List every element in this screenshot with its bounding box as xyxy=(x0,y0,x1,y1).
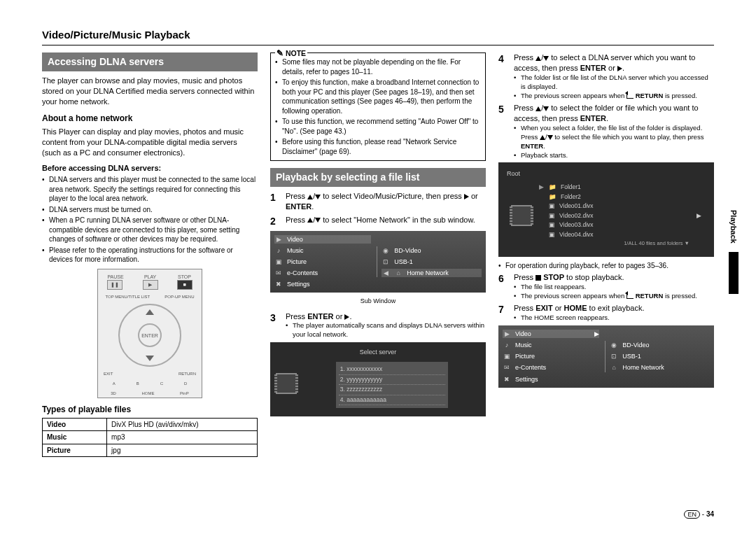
after-root-note: For operation during playback, refer to … xyxy=(498,261,714,271)
note-icon: ✎ xyxy=(276,48,284,58)
menu-item: Settings xyxy=(515,375,538,384)
menu-item: Picture xyxy=(287,258,307,266)
server-list: 1. xxxxxxxxxxxx 2. yyyyyyyyyyyy 3. zzzzz… xyxy=(336,362,449,408)
before-heading: Before accessing DLNA servers: xyxy=(42,163,258,174)
menu-item: Video xyxy=(515,330,531,338)
about-heading: About a home network xyxy=(42,113,258,124)
list-item: Video03.divx xyxy=(559,221,594,229)
remote-label-play: PLAY xyxy=(143,274,158,280)
step-sub: The player automatically scans and displ… xyxy=(286,321,486,339)
page-footer: EN - 34 xyxy=(684,510,714,519)
footer-page: 34 xyxy=(706,510,714,518)
list-item: Please refer to the operating instructio… xyxy=(42,246,258,265)
before-list: DLNA servers and this player must be con… xyxy=(42,175,258,265)
file-count: 1/ALL 40 files and folders ▼ xyxy=(539,240,690,247)
types-heading: Types of playable files xyxy=(42,404,258,415)
film-icon xyxy=(276,373,297,394)
columns: Accessing DLNA servers The player can br… xyxy=(42,52,714,457)
note-box: ✎ NOTE Some files may not be playable de… xyxy=(270,52,486,161)
menu-item: Video xyxy=(287,235,303,244)
list-item: When a PC running DLNA server software o… xyxy=(42,216,258,244)
intro-paragraph: The player can browse and play movies, m… xyxy=(42,76,258,107)
step-text: Press STOP to stop playback. xyxy=(514,273,624,281)
list-item: 1. xxxxxxxxxxxx xyxy=(339,365,446,374)
section-heading-accessing: Accessing DLNA servers xyxy=(42,52,258,71)
table-row: Musicmp3 xyxy=(43,431,258,444)
menu-screen-1: ▶Video ♪Music ▣Picture ✉e-Contents ✖Sett… xyxy=(270,231,486,293)
step-sub: The previous screen appears when RETURN … xyxy=(514,292,714,301)
sub-window-caption: Sub Window xyxy=(270,297,486,305)
remote-label-return: RETURN xyxy=(178,371,196,377)
section-heading-playback: Playback by selecting a file list xyxy=(270,168,486,187)
file-list: ▶📁Folder1 📁Folder2 ▣Video01.divx ▣Video0… xyxy=(539,183,690,247)
list-item: 2. yyyyyyyyyyyy xyxy=(339,375,446,385)
page-title: Video/Picture/Music Playback xyxy=(42,28,714,42)
side-tab: Playback xyxy=(728,210,738,244)
step-sub: The previous screen appears when RETURN … xyxy=(514,92,714,101)
remote-label-exit: EXIT xyxy=(104,371,113,377)
list-item: 4. aaaaaaaaaaaa xyxy=(339,395,446,405)
list-item: DLNA servers and this player must be con… xyxy=(42,175,258,204)
remote-label-home: HOME xyxy=(141,391,154,396)
list-item: To enjoy this function, make a broadband… xyxy=(275,78,481,115)
remote-label-topmenu: TOP MENU/TITLE LIST xyxy=(105,294,150,300)
steps-col2: 1Press / to select Video/Music/Picture, … xyxy=(270,191,486,228)
root-title: Root xyxy=(504,168,708,179)
remote-label-stop: STOP xyxy=(177,274,192,280)
list-item: DLNA servers must be turned on. xyxy=(42,205,258,215)
list-item: 3. zzzzzzzzzzzz xyxy=(339,385,446,395)
step-sub: The HOME screen reappears. xyxy=(514,314,714,323)
step-sub: Playback starts. xyxy=(514,151,714,160)
about-paragraph: This Player can display and play movies,… xyxy=(42,127,258,158)
select-server-screen: Select server 1. xxxxxxxxxxxx 2. yyyyyyy… xyxy=(270,342,486,416)
remote-label-pause: PAUSE xyxy=(107,274,123,280)
menu-item: USB-1 xyxy=(622,352,641,360)
menu-item: Music xyxy=(287,246,304,255)
steps-col2-b: 3 Press ENTER or . The player automatica… xyxy=(270,311,486,339)
list-item: Video02.divx xyxy=(559,212,594,220)
menu-item: Picture xyxy=(515,352,535,360)
menu-item: Home Network xyxy=(622,363,664,372)
header-rule xyxy=(42,45,714,45)
steps-col3-a: 4 Press / to select a DLNA server which … xyxy=(498,52,714,160)
list-item: Folder1 xyxy=(561,183,581,191)
select-server-title: Select server xyxy=(276,348,480,356)
step-text: Press ENTER or . xyxy=(286,312,351,321)
page-edge-marker xyxy=(729,252,738,294)
list-item: Some files may not be playable depending… xyxy=(275,57,481,76)
step-text: Press / to select a DLNA server which yo… xyxy=(514,53,695,72)
root-screen: Root ▶📁Folder1 📁Folder2 ▣Video01.divx ▣V… xyxy=(498,162,714,257)
list-item: Before using this function, please read … xyxy=(275,137,481,156)
step-sub: When you select a folder, the file list … xyxy=(514,124,714,150)
menu-item: USB-1 xyxy=(394,258,413,266)
menu-item: BD-Video xyxy=(622,341,649,349)
steps-col3-b: 6 Press STOP to stop playback. The file … xyxy=(498,272,714,323)
step-sub: The folder list or file list of the DLNA… xyxy=(514,73,714,92)
step-text: Press / to select the folder or file whi… xyxy=(514,104,699,122)
menu-item: e-Contents xyxy=(515,363,546,372)
menu-screen-2: ▶Video▶ ♪Music ▣Picture ✉e-Contents ✖Set… xyxy=(498,325,714,388)
remote-illustration: PAUSE❚❚ PLAY▶ STOP■ TOP MENU/TITLE LISTP… xyxy=(97,269,202,398)
column-1: Accessing DLNA servers The player can br… xyxy=(42,52,258,457)
list-item: For operation during playback, refer to … xyxy=(498,261,714,271)
list-item: Video01.divx xyxy=(559,202,594,210)
table-row: VideoDivX Plus HD (avi/divx/mkv) xyxy=(43,418,258,431)
list-item: Folder2 xyxy=(561,193,581,201)
menu-item: Settings xyxy=(287,280,310,288)
remote-dpad: ENTER xyxy=(118,304,181,367)
table-row: Picturejpg xyxy=(43,444,258,457)
column-2: ✎ NOTE Some files may not be playable de… xyxy=(270,52,486,457)
menu-item: Music xyxy=(515,341,532,349)
list-item: To use this function, we recommend setti… xyxy=(275,117,481,136)
menu-item: BD-Video xyxy=(394,246,421,255)
step-text: Press / to select "Home Network" in the … xyxy=(286,216,475,224)
footer-lang: EN xyxy=(684,510,700,519)
film-icon xyxy=(511,205,532,226)
menu-item: Home Network xyxy=(407,269,449,277)
list-item: Video04.divx xyxy=(559,231,594,239)
note-list: Some files may not be playable depending… xyxy=(275,57,481,156)
step-text: Press EXIT or HOME to exit playback. xyxy=(514,304,644,312)
step-sub: The file list reappears. xyxy=(514,283,714,292)
column-3: 4 Press / to select a DLNA server which … xyxy=(498,52,714,457)
remote-label-popup: POP-UP MENU xyxy=(164,294,194,300)
